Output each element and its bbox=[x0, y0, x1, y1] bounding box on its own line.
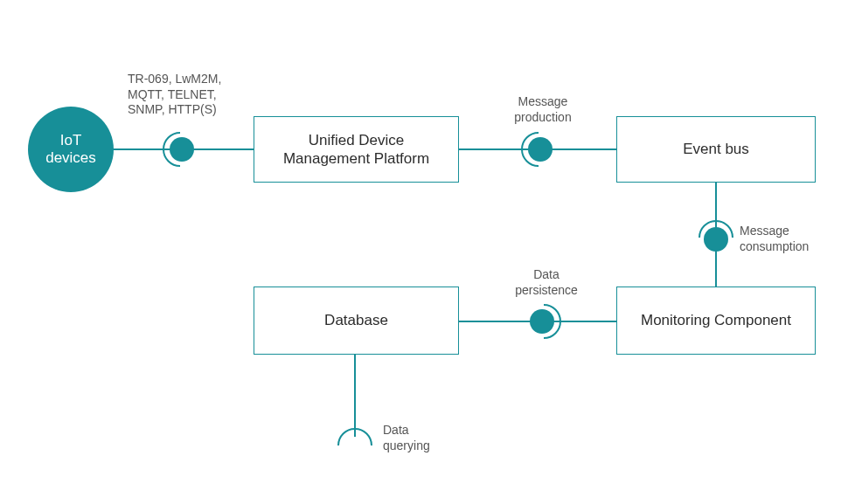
node-udmp: Unified Device Management Platform bbox=[254, 116, 459, 183]
node-iot-devices: IoT devices bbox=[28, 107, 114, 192]
node-monitoring: Monitoring Component bbox=[616, 287, 816, 355]
label-querying: Data querying bbox=[383, 423, 453, 453]
port-persistence-ball bbox=[530, 309, 554, 334]
label-production: Message production bbox=[504, 94, 582, 125]
label-persistence: Data persistence bbox=[507, 267, 586, 298]
node-iot-label: IoT devices bbox=[45, 132, 96, 166]
node-monitor-label: Monitoring Component bbox=[641, 311, 791, 329]
port-production-ball bbox=[528, 137, 553, 162]
label-protocols: TR-069, LwM2M, MQTT, TELNET, SNMP, HTTP(… bbox=[128, 72, 259, 118]
port-consumption-ball bbox=[704, 227, 728, 252]
node-database-label: Database bbox=[324, 311, 388, 329]
diagram-canvas: IoT devices Unified Device Management Pl… bbox=[0, 0, 848, 504]
node-database: Database bbox=[254, 287, 459, 355]
node-eventbus-label: Event bus bbox=[683, 140, 749, 158]
port-querying-ball bbox=[346, 437, 364, 454]
node-udmp-label: Unified Device Management Platform bbox=[283, 131, 429, 169]
label-consumption: Message consumption bbox=[740, 224, 827, 254]
port-protocols-ball bbox=[170, 137, 194, 162]
node-event-bus: Event bus bbox=[616, 116, 816, 183]
